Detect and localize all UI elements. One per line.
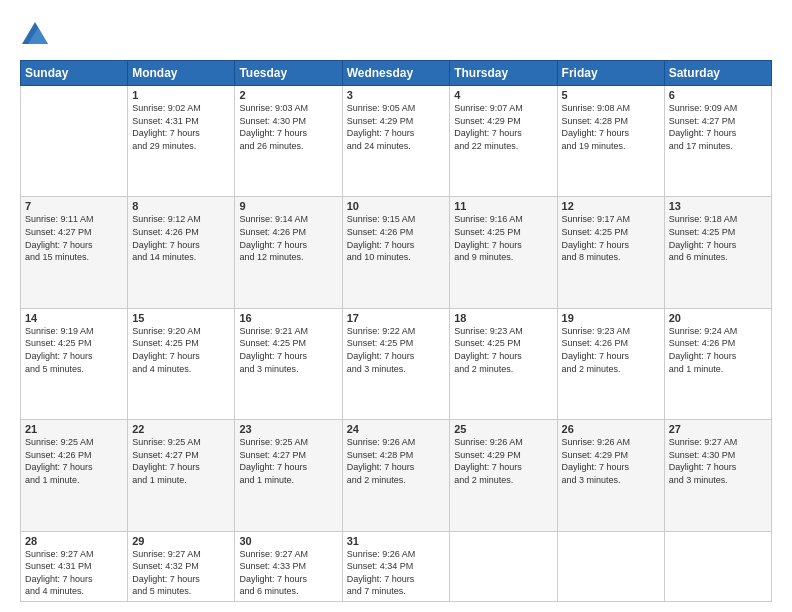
day-info: Sunrise: 9:12 AM Sunset: 4:26 PM Dayligh… (132, 213, 230, 263)
table-row: 8Sunrise: 9:12 AM Sunset: 4:26 PM Daylig… (128, 197, 235, 308)
table-row: 31Sunrise: 9:26 AM Sunset: 4:34 PM Dayli… (342, 531, 450, 601)
page: SundayMondayTuesdayWednesdayThursdayFrid… (0, 0, 792, 612)
day-number: 4 (454, 89, 552, 101)
day-number: 12 (562, 200, 660, 212)
day-info: Sunrise: 9:14 AM Sunset: 4:26 PM Dayligh… (239, 213, 337, 263)
day-info: Sunrise: 9:21 AM Sunset: 4:25 PM Dayligh… (239, 325, 337, 375)
table-row: 12Sunrise: 9:17 AM Sunset: 4:25 PM Dayli… (557, 197, 664, 308)
table-row: 21Sunrise: 9:25 AM Sunset: 4:26 PM Dayli… (21, 420, 128, 531)
day-number: 20 (669, 312, 767, 324)
day-info: Sunrise: 9:05 AM Sunset: 4:29 PM Dayligh… (347, 102, 446, 152)
day-info: Sunrise: 9:19 AM Sunset: 4:25 PM Dayligh… (25, 325, 123, 375)
table-row: 29Sunrise: 9:27 AM Sunset: 4:32 PM Dayli… (128, 531, 235, 601)
table-row: 15Sunrise: 9:20 AM Sunset: 4:25 PM Dayli… (128, 308, 235, 419)
day-info: Sunrise: 9:23 AM Sunset: 4:26 PM Dayligh… (562, 325, 660, 375)
calendar-week-row: 21Sunrise: 9:25 AM Sunset: 4:26 PM Dayli… (21, 420, 772, 531)
day-info: Sunrise: 9:18 AM Sunset: 4:25 PM Dayligh… (669, 213, 767, 263)
day-number: 14 (25, 312, 123, 324)
day-number: 19 (562, 312, 660, 324)
day-number: 3 (347, 89, 446, 101)
calendar: SundayMondayTuesdayWednesdayThursdayFrid… (20, 60, 772, 602)
day-number: 18 (454, 312, 552, 324)
day-number: 9 (239, 200, 337, 212)
day-info: Sunrise: 9:25 AM Sunset: 4:26 PM Dayligh… (25, 436, 123, 486)
table-row: 30Sunrise: 9:27 AM Sunset: 4:33 PM Dayli… (235, 531, 342, 601)
table-row: 20Sunrise: 9:24 AM Sunset: 4:26 PM Dayli… (664, 308, 771, 419)
header (20, 20, 772, 50)
day-number: 26 (562, 423, 660, 435)
table-row: 6Sunrise: 9:09 AM Sunset: 4:27 PM Daylig… (664, 86, 771, 197)
weekday-header-thursday: Thursday (450, 61, 557, 86)
table-row: 17Sunrise: 9:22 AM Sunset: 4:25 PM Dayli… (342, 308, 450, 419)
day-number: 17 (347, 312, 446, 324)
day-info: Sunrise: 9:25 AM Sunset: 4:27 PM Dayligh… (132, 436, 230, 486)
table-row: 28Sunrise: 9:27 AM Sunset: 4:31 PM Dayli… (21, 531, 128, 601)
day-info: Sunrise: 9:26 AM Sunset: 4:34 PM Dayligh… (347, 548, 446, 598)
table-row: 22Sunrise: 9:25 AM Sunset: 4:27 PM Dayli… (128, 420, 235, 531)
day-info: Sunrise: 9:08 AM Sunset: 4:28 PM Dayligh… (562, 102, 660, 152)
table-row: 27Sunrise: 9:27 AM Sunset: 4:30 PM Dayli… (664, 420, 771, 531)
table-row: 25Sunrise: 9:26 AM Sunset: 4:29 PM Dayli… (450, 420, 557, 531)
day-info: Sunrise: 9:27 AM Sunset: 4:30 PM Dayligh… (669, 436, 767, 486)
day-number: 8 (132, 200, 230, 212)
table-row (21, 86, 128, 197)
calendar-week-row: 7Sunrise: 9:11 AM Sunset: 4:27 PM Daylig… (21, 197, 772, 308)
weekday-header-monday: Monday (128, 61, 235, 86)
table-row: 13Sunrise: 9:18 AM Sunset: 4:25 PM Dayli… (664, 197, 771, 308)
day-info: Sunrise: 9:17 AM Sunset: 4:25 PM Dayligh… (562, 213, 660, 263)
day-number: 25 (454, 423, 552, 435)
logo-icon (20, 20, 50, 50)
day-info: Sunrise: 9:23 AM Sunset: 4:25 PM Dayligh… (454, 325, 552, 375)
day-number: 11 (454, 200, 552, 212)
table-row: 4Sunrise: 9:07 AM Sunset: 4:29 PM Daylig… (450, 86, 557, 197)
day-number: 6 (669, 89, 767, 101)
day-info: Sunrise: 9:02 AM Sunset: 4:31 PM Dayligh… (132, 102, 230, 152)
table-row: 10Sunrise: 9:15 AM Sunset: 4:26 PM Dayli… (342, 197, 450, 308)
table-row: 5Sunrise: 9:08 AM Sunset: 4:28 PM Daylig… (557, 86, 664, 197)
day-number: 5 (562, 89, 660, 101)
day-info: Sunrise: 9:20 AM Sunset: 4:25 PM Dayligh… (132, 325, 230, 375)
day-number: 1 (132, 89, 230, 101)
day-info: Sunrise: 9:16 AM Sunset: 4:25 PM Dayligh… (454, 213, 552, 263)
table-row: 18Sunrise: 9:23 AM Sunset: 4:25 PM Dayli… (450, 308, 557, 419)
table-row: 19Sunrise: 9:23 AM Sunset: 4:26 PM Dayli… (557, 308, 664, 419)
day-info: Sunrise: 9:26 AM Sunset: 4:29 PM Dayligh… (454, 436, 552, 486)
day-info: Sunrise: 9:15 AM Sunset: 4:26 PM Dayligh… (347, 213, 446, 263)
weekday-header-row: SundayMondayTuesdayWednesdayThursdayFrid… (21, 61, 772, 86)
day-number: 24 (347, 423, 446, 435)
day-info: Sunrise: 9:25 AM Sunset: 4:27 PM Dayligh… (239, 436, 337, 486)
table-row (664, 531, 771, 601)
day-info: Sunrise: 9:27 AM Sunset: 4:32 PM Dayligh… (132, 548, 230, 598)
table-row: 11Sunrise: 9:16 AM Sunset: 4:25 PM Dayli… (450, 197, 557, 308)
table-row: 7Sunrise: 9:11 AM Sunset: 4:27 PM Daylig… (21, 197, 128, 308)
table-row: 9Sunrise: 9:14 AM Sunset: 4:26 PM Daylig… (235, 197, 342, 308)
day-info: Sunrise: 9:22 AM Sunset: 4:25 PM Dayligh… (347, 325, 446, 375)
day-number: 15 (132, 312, 230, 324)
day-number: 7 (25, 200, 123, 212)
table-row: 26Sunrise: 9:26 AM Sunset: 4:29 PM Dayli… (557, 420, 664, 531)
day-number: 30 (239, 535, 337, 547)
day-info: Sunrise: 9:24 AM Sunset: 4:26 PM Dayligh… (669, 325, 767, 375)
table-row: 2Sunrise: 9:03 AM Sunset: 4:30 PM Daylig… (235, 86, 342, 197)
weekday-header-tuesday: Tuesday (235, 61, 342, 86)
table-row: 23Sunrise: 9:25 AM Sunset: 4:27 PM Dayli… (235, 420, 342, 531)
day-info: Sunrise: 9:26 AM Sunset: 4:28 PM Dayligh… (347, 436, 446, 486)
table-row: 1Sunrise: 9:02 AM Sunset: 4:31 PM Daylig… (128, 86, 235, 197)
calendar-week-row: 14Sunrise: 9:19 AM Sunset: 4:25 PM Dayli… (21, 308, 772, 419)
day-number: 21 (25, 423, 123, 435)
day-number: 29 (132, 535, 230, 547)
day-number: 27 (669, 423, 767, 435)
day-info: Sunrise: 9:11 AM Sunset: 4:27 PM Dayligh… (25, 213, 123, 263)
table-row: 14Sunrise: 9:19 AM Sunset: 4:25 PM Dayli… (21, 308, 128, 419)
day-info: Sunrise: 9:26 AM Sunset: 4:29 PM Dayligh… (562, 436, 660, 486)
day-info: Sunrise: 9:09 AM Sunset: 4:27 PM Dayligh… (669, 102, 767, 152)
table-row (450, 531, 557, 601)
table-row: 24Sunrise: 9:26 AM Sunset: 4:28 PM Dayli… (342, 420, 450, 531)
weekday-header-sunday: Sunday (21, 61, 128, 86)
day-number: 31 (347, 535, 446, 547)
day-number: 23 (239, 423, 337, 435)
day-info: Sunrise: 9:07 AM Sunset: 4:29 PM Dayligh… (454, 102, 552, 152)
day-number: 22 (132, 423, 230, 435)
weekday-header-friday: Friday (557, 61, 664, 86)
logo (20, 20, 54, 50)
